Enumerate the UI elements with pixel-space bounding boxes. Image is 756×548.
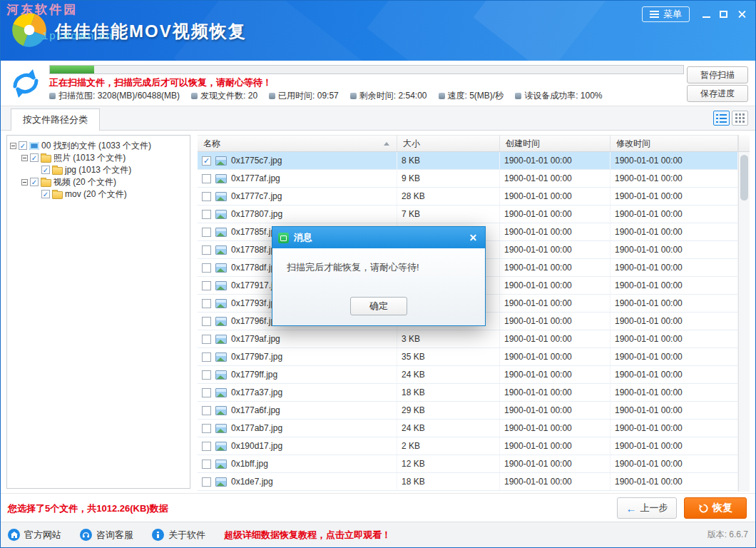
row-checkbox[interactable]: [202, 263, 211, 273]
image-file-icon: [215, 477, 227, 487]
file-created-cell: 1900-01-01 00:00: [500, 277, 611, 294]
table-row[interactable]: 0x1777af.jpg9 KB1900-01-01 00:001900-01-…: [198, 170, 738, 188]
table-row[interactable]: 0x1779ff.jpg24 KB1900-01-01 00:001900-01…: [198, 366, 738, 384]
dialog-ok-button[interactable]: 确定: [350, 297, 407, 315]
menu-button[interactable]: 菜单: [642, 6, 690, 22]
image-file-icon: [215, 352, 227, 362]
recover-button-label: 恢复: [712, 502, 732, 514]
file-created-cell: 1900-01-01 00:00: [500, 420, 611, 437]
file-size-cell: 2 KB: [397, 437, 500, 455]
table-row[interactable]: 0x177807.jpg7 KB1900-01-01 00:001900-01-…: [198, 206, 738, 223]
table-row[interactable]: 0x1de7.jpg18 KB1900-01-01 00:001900-01-0…: [198, 473, 738, 491]
row-checkbox[interactable]: [202, 210, 211, 219]
tree-item[interactable]: ✓jpg (1013 个文件): [7, 164, 190, 176]
tree-checkbox[interactable]: ✓: [41, 166, 50, 174]
official-website-link[interactable]: 官方网站: [8, 529, 61, 542]
row-checkbox[interactable]: [202, 370, 211, 380]
image-file-icon: [215, 156, 227, 166]
tree-checkbox[interactable]: ✓: [41, 190, 50, 198]
tree-item[interactable]: ✓照片 (1013 个文件): [7, 152, 190, 163]
row-checkbox[interactable]: [202, 406, 211, 415]
file-name: 0x177a6f.jpg: [231, 405, 280, 415]
about-software-link[interactable]: 关于软件: [152, 529, 205, 542]
grid-view-button[interactable]: [732, 111, 748, 126]
tutorial-promo-link[interactable]: 超级详细数据恢复教程，点击立即观看！: [224, 529, 391, 542]
row-checkbox[interactable]: [202, 299, 211, 308]
file-name-cell: 0x1777af.jpg: [198, 170, 397, 187]
column-header-size[interactable]: 大小: [397, 136, 500, 151]
row-checkbox[interactable]: [202, 192, 211, 201]
file-modified-cell: 1900-01-01 00:00: [611, 437, 738, 455]
row-checkbox[interactable]: [202, 442, 211, 451]
table-row[interactable]: 0x1779af.jpg3 KB1900-01-01 00:001900-01-…: [198, 330, 738, 348]
column-header-created[interactable]: 创建时间: [500, 136, 611, 151]
file-name-cell: 0x1bff.jpg: [198, 455, 397, 472]
row-checkbox[interactable]: [202, 460, 211, 469]
row-checkbox[interactable]: [202, 174, 211, 183]
table-row[interactable]: 0x177a37.jpg18 KB1900-01-01 00:001900-01…: [198, 384, 738, 402]
tab-classify-by-path[interactable]: 按文件路径分类: [11, 108, 100, 131]
file-modified-cell: 1900-01-01 00:00: [611, 206, 738, 223]
tree-expander-icon[interactable]: [21, 155, 28, 161]
recover-button[interactable]: 恢复: [684, 497, 747, 519]
file-modified-cell: 1900-01-01 00:00: [611, 223, 738, 240]
tree-item[interactable]: ✓视频 (20 个文件): [7, 176, 190, 188]
vertical-scrollbar[interactable]: [738, 135, 750, 492]
tree-checkbox[interactable]: ✓: [30, 178, 39, 186]
table-row[interactable]: ✓0x1775c7.jpg8 KB1900-01-01 00:001900-01…: [198, 152, 738, 170]
maximize-button[interactable]: [715, 6, 731, 22]
file-modified-cell: 1900-01-01 00:00: [611, 384, 738, 401]
row-checkbox[interactable]: [202, 352, 211, 362]
table-row[interactable]: 0x1779b7.jpg35 KB1900-01-01 00:001900-01…: [198, 348, 738, 366]
table-row[interactable]: 0x1bff.jpg12 KB1900-01-01 00:001900-01-0…: [198, 455, 738, 473]
table-row[interactable]: 0x177a6f.jpg29 KB1900-01-01 00:001900-01…: [198, 402, 738, 420]
file-modified-cell: 1900-01-01 00:00: [611, 420, 738, 437]
tree-expander-icon[interactable]: [10, 143, 16, 149]
close-button[interactable]: [734, 6, 750, 22]
row-checkbox[interactable]: ✓: [202, 156, 211, 166]
dialog-close-button[interactable]: [466, 231, 479, 244]
save-progress-button[interactable]: 保存进度: [687, 85, 748, 102]
folder-tree: ✓00 找到的文件 (1033 个文件)✓照片 (1013 个文件)✓jpg (…: [6, 135, 190, 489]
file-modified-cell: 1900-01-01 00:00: [611, 259, 738, 276]
file-name-cell: 0x1779b7.jpg: [198, 348, 397, 365]
file-created-cell: 1900-01-01 00:00: [500, 206, 611, 223]
table-row[interactable]: 0x190d17.jpg2 KB1900-01-01 00:001900-01-…: [198, 437, 738, 455]
image-file-icon: [215, 460, 227, 469]
tree-item-label: 视频 (20 个文件): [53, 176, 116, 188]
image-file-icon: [215, 281, 227, 290]
row-checkbox[interactable]: [202, 281, 211, 290]
row-checkbox[interactable]: [202, 228, 211, 237]
file-name: 0x177ab7.jpg: [231, 423, 282, 433]
column-header-modified[interactable]: 修改时间: [611, 136, 738, 151]
computer-icon: [29, 142, 39, 150]
folder-icon: [41, 155, 51, 163]
table-row[interactable]: 0x177ab7.jpg24 KB1900-01-01 00:001900-01…: [198, 420, 738, 437]
file-created-cell: 1900-01-01 00:00: [500, 259, 611, 276]
pause-scan-button[interactable]: 暂停扫描: [687, 66, 748, 83]
tree-checkbox[interactable]: ✓: [30, 153, 39, 162]
minimize-button[interactable]: [698, 6, 714, 22]
list-view-icon: [716, 114, 727, 123]
tree-item[interactable]: ✓00 找到的文件 (1033 个文件): [7, 140, 190, 151]
file-size-cell: 8 KB: [397, 152, 500, 169]
row-checkbox[interactable]: [202, 424, 211, 433]
file-name: 0x1de7.jpg: [231, 477, 273, 487]
row-checkbox[interactable]: [202, 245, 211, 255]
tree-item[interactable]: ✓mov (20 个文件): [7, 188, 190, 200]
row-checkbox[interactable]: [202, 335, 211, 344]
file-name: 0x1bff.jpg: [231, 459, 268, 469]
row-checkbox[interactable]: [202, 317, 211, 326]
tree-checkbox[interactable]: ✓: [19, 141, 27, 150]
stat-item: 扫描范围: 3208(MB)/60488(MB): [49, 90, 180, 102]
column-header-name[interactable]: 名称: [198, 136, 397, 151]
table-row[interactable]: 0x1777c7.jpg28 KB1900-01-01 00:001900-01…: [198, 188, 738, 206]
tree-expander-icon[interactable]: [21, 179, 28, 186]
row-checkbox[interactable]: [202, 388, 211, 397]
scrollbar-thumb[interactable]: [740, 155, 748, 201]
back-button[interactable]: ← 上一步: [617, 497, 677, 519]
customer-service-link[interactable]: 咨询客服: [80, 529, 133, 542]
list-view-button[interactable]: [713, 111, 730, 126]
row-checkbox[interactable]: [202, 477, 211, 487]
file-size-cell: 18 KB: [397, 384, 500, 401]
